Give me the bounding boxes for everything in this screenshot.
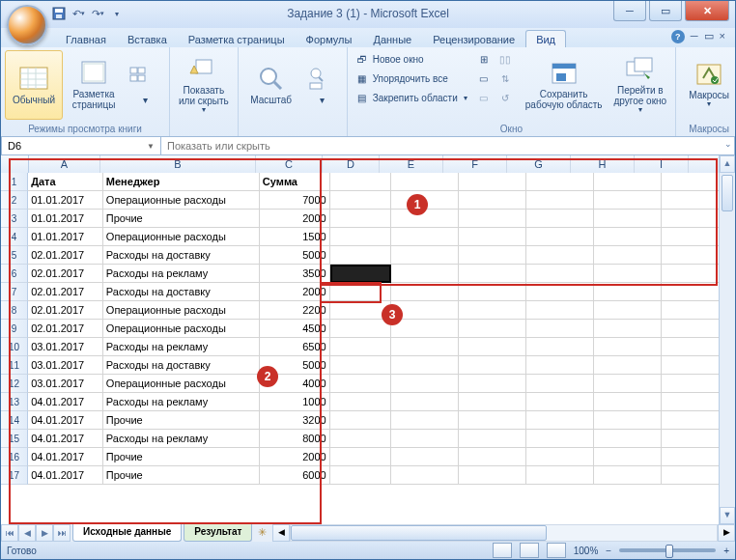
tab-формулы[interactable]: Формулы — [296, 30, 363, 47]
cell[interactable] — [391, 265, 459, 283]
cell[interactable] — [662, 320, 720, 338]
cell[interactable] — [330, 283, 391, 301]
cell[interactable] — [662, 228, 720, 246]
cell[interactable] — [594, 411, 662, 430]
cell[interactable] — [330, 466, 391, 485]
zoom-in-icon[interactable]: + — [723, 546, 729, 556]
cell[interactable] — [391, 191, 459, 210]
col-header-G[interactable]: G — [507, 155, 571, 173]
cell[interactable]: Расходы на рекламу — [103, 430, 260, 448]
cell[interactable]: 3500 — [260, 265, 330, 283]
cell[interactable]: Операционные расходы — [103, 301, 260, 320]
col-header-E[interactable]: E — [380, 155, 443, 173]
minimize-button[interactable]: ─ — [613, 1, 646, 21]
cell[interactable] — [391, 356, 459, 375]
cell[interactable] — [526, 356, 594, 375]
cell[interactable]: Операционные расходы — [103, 191, 260, 210]
more-views-button[interactable]: ▾ — [125, 50, 165, 120]
show-hide-button[interactable]: Показать или скрыть ▾ — [174, 50, 234, 120]
cell[interactable] — [459, 210, 526, 228]
col-header-B[interactable]: B — [100, 155, 256, 173]
cell[interactable] — [594, 430, 662, 448]
cell[interactable] — [330, 246, 391, 265]
normal-view-button[interactable]: Обычный — [5, 50, 63, 120]
cell[interactable] — [662, 411, 720, 430]
new-window-button[interactable]: 🗗Новое окно — [355, 50, 467, 68]
cell[interactable] — [662, 191, 720, 210]
cell[interactable]: Прочие — [103, 466, 260, 485]
cell[interactable] — [526, 448, 594, 466]
arrange-all-button[interactable]: ▦Упорядочить все — [355, 70, 467, 87]
cell[interactable] — [330, 338, 391, 356]
cell[interactable]: 2000 — [260, 448, 330, 466]
row-header[interactable]: 16 — [1, 448, 28, 466]
cell[interactable]: 6000 — [260, 466, 330, 485]
cell[interactable]: 5000 — [260, 246, 330, 265]
col-header-H[interactable]: H — [571, 155, 635, 173]
zoom-slider[interactable] — [619, 548, 716, 552]
macros-button[interactable]: Макросы ▾ — [680, 50, 736, 120]
row-header[interactable]: 2 — [1, 191, 28, 210]
cell[interactable] — [526, 228, 594, 246]
row-header[interactable]: 11 — [1, 356, 28, 375]
new-sheet-icon[interactable]: ✳ — [252, 524, 272, 542]
cell[interactable] — [459, 283, 526, 301]
cell[interactable] — [662, 173, 720, 191]
row-header[interactable]: 13 — [1, 393, 28, 411]
cell[interactable] — [526, 375, 594, 393]
ribbon-doc-close-icon[interactable]: × — [720, 30, 725, 43]
cell[interactable]: 2000 — [260, 210, 330, 228]
cell[interactable]: 01.01.2017 — [28, 210, 103, 228]
cell[interactable] — [459, 228, 526, 246]
cell[interactable] — [526, 210, 594, 228]
side-by-side-button[interactable]: ▯▯ — [498, 50, 512, 68]
zoom-button[interactable]: Масштаб — [242, 50, 300, 120]
tab-вид[interactable]: Вид — [525, 30, 566, 47]
cell[interactable] — [594, 448, 662, 466]
row-header[interactable]: 10 — [1, 338, 28, 356]
cell[interactable] — [594, 375, 662, 393]
cell[interactable]: 2000 — [260, 283, 330, 301]
cell[interactable] — [330, 301, 391, 320]
hscroll-thumb[interactable] — [291, 525, 546, 541]
close-button[interactable]: ✕ — [685, 1, 729, 21]
cell[interactable] — [662, 265, 720, 283]
cell[interactable] — [459, 393, 526, 411]
cell[interactable]: Прочие — [103, 411, 260, 430]
cell[interactable] — [330, 448, 391, 466]
select-all-corner[interactable] — [1, 155, 29, 173]
sheet-nav-button[interactable]: ⏮ — [1, 524, 18, 542]
cell[interactable] — [594, 466, 662, 485]
col-header-D[interactable]: D — [323, 155, 380, 173]
scroll-up-icon[interactable]: ▲ — [720, 155, 735, 173]
cell[interactable] — [391, 301, 459, 320]
cell[interactable] — [391, 393, 459, 411]
normal-view-icon[interactable] — [493, 543, 512, 558]
cell[interactable]: Операционные расходы — [103, 320, 260, 338]
col-header-I[interactable]: I — [635, 155, 689, 173]
cell[interactable] — [594, 265, 662, 283]
cell[interactable] — [594, 246, 662, 265]
cell[interactable] — [391, 320, 459, 338]
cell[interactable] — [594, 210, 662, 228]
cell[interactable] — [662, 430, 720, 448]
hscroll-right-icon[interactable]: ▶ — [718, 524, 735, 542]
page-layout-icon[interactable] — [520, 543, 539, 558]
row-header[interactable]: 6 — [1, 265, 28, 283]
cell[interactable]: 04.01.2017 — [28, 411, 103, 430]
row-header[interactable]: 9 — [1, 320, 28, 338]
cell[interactable]: 02.01.2017 — [28, 301, 103, 320]
ribbon-doc-max-icon[interactable]: ▭ — [704, 30, 714, 43]
cell[interactable] — [526, 173, 594, 191]
cell[interactable] — [330, 356, 391, 375]
cell[interactable]: 02.01.2017 — [28, 320, 103, 338]
row-header[interactable]: 5 — [1, 246, 28, 265]
cell[interactable] — [391, 210, 459, 228]
formula-expand-icon[interactable]: ⌄ — [724, 139, 732, 149]
cell[interactable]: 3200 — [260, 411, 330, 430]
cell[interactable] — [662, 283, 720, 301]
cell[interactable] — [391, 411, 459, 430]
cell[interactable]: 7000 — [260, 191, 330, 210]
cell[interactable] — [594, 283, 662, 301]
cell[interactable] — [459, 338, 526, 356]
